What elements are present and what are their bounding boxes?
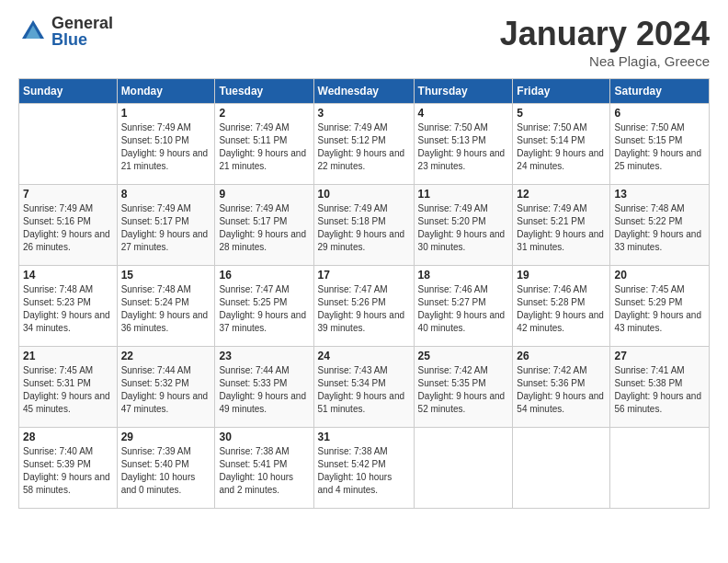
day-detail: Sunrise: 7:42 AMSunset: 5:35 PMDaylight:… (418, 364, 509, 416)
day-detail: Sunrise: 7:48 AMSunset: 5:24 PMDaylight:… (121, 283, 211, 335)
day-number: 3 (318, 107, 410, 120)
day-number: 25 (418, 350, 509, 362)
day-number: 22 (121, 350, 211, 362)
day-number: 28 (23, 431, 113, 443)
title-area: January 2024 Nea Plagia, Greece (500, 15, 710, 69)
calendar-week-row: 28Sunrise: 7:40 AMSunset: 5:39 PMDayligh… (19, 428, 710, 509)
daylight-text: Daylight: 10 hours and 0 minutes. (121, 471, 211, 497)
sunrise-text: Sunrise: 7:44 AM (121, 364, 211, 377)
sunset-text: Sunset: 5:25 PM (219, 296, 309, 309)
sunset-text: Sunset: 5:29 PM (614, 296, 705, 309)
day-detail: Sunrise: 7:46 AMSunset: 5:27 PMDaylight:… (418, 283, 509, 335)
header: General Blue January 2024 Nea Plagia, Gr… (18, 15, 710, 69)
day-detail: Sunrise: 7:50 AMSunset: 5:13 PMDaylight:… (418, 121, 509, 173)
sunrise-text: Sunrise: 7:38 AM (219, 445, 309, 458)
daylight-text: Daylight: 9 hours and 58 minutes. (23, 471, 113, 497)
col-monday: Monday (117, 79, 215, 104)
logo: General Blue (18, 15, 113, 48)
daylight-text: Daylight: 9 hours and 39 minutes. (318, 309, 410, 335)
day-number: 18 (418, 269, 509, 282)
day-number: 29 (121, 431, 211, 443)
day-detail: Sunrise: 7:46 AMSunset: 5:28 PMDaylight:… (517, 283, 606, 335)
table-row: 17Sunrise: 7:47 AMSunset: 5:26 PMDayligh… (313, 266, 414, 347)
day-detail: Sunrise: 7:49 AMSunset: 5:17 PMDaylight:… (219, 202, 309, 254)
day-detail: Sunrise: 7:49 AMSunset: 5:20 PMDaylight:… (418, 202, 509, 254)
day-number: 31 (318, 431, 410, 443)
table-row (610, 428, 710, 509)
day-detail: Sunrise: 7:47 AMSunset: 5:25 PMDaylight:… (219, 283, 309, 335)
table-row: 14Sunrise: 7:48 AMSunset: 5:23 PMDayligh… (19, 266, 118, 347)
day-detail: Sunrise: 7:41 AMSunset: 5:38 PMDaylight:… (614, 364, 705, 416)
sunset-text: Sunset: 5:35 PM (418, 377, 509, 390)
sunset-text: Sunset: 5:33 PM (219, 377, 309, 390)
daylight-text: Daylight: 10 hours and 4 minutes. (318, 471, 410, 497)
sunrise-text: Sunrise: 7:41 AM (614, 364, 705, 377)
sunrise-text: Sunrise: 7:49 AM (219, 121, 309, 134)
sunrise-text: Sunrise: 7:49 AM (318, 121, 410, 134)
day-detail: Sunrise: 7:42 AMSunset: 5:36 PMDaylight:… (517, 364, 606, 416)
table-row (513, 428, 610, 509)
daylight-text: Daylight: 9 hours and 34 minutes. (23, 309, 113, 335)
table-row: 16Sunrise: 7:47 AMSunset: 5:25 PMDayligh… (215, 266, 313, 347)
sunrise-text: Sunrise: 7:49 AM (418, 202, 509, 215)
daylight-text: Daylight: 9 hours and 52 minutes. (418, 390, 509, 416)
daylight-text: Daylight: 9 hours and 43 minutes. (614, 309, 705, 335)
day-number: 14 (23, 269, 113, 282)
day-detail: Sunrise: 7:48 AMSunset: 5:22 PMDaylight:… (614, 202, 705, 254)
sunset-text: Sunset: 5:26 PM (318, 296, 410, 309)
day-detail: Sunrise: 7:49 AMSunset: 5:17 PMDaylight:… (121, 202, 211, 254)
daylight-text: Daylight: 9 hours and 51 minutes. (318, 390, 410, 416)
day-detail: Sunrise: 7:38 AMSunset: 5:42 PMDaylight:… (318, 445, 410, 497)
daylight-text: Daylight: 9 hours and 42 minutes. (517, 309, 606, 335)
sunrise-text: Sunrise: 7:43 AM (318, 364, 410, 377)
day-number: 11 (418, 188, 509, 201)
sunrise-text: Sunrise: 7:48 AM (121, 283, 211, 296)
day-detail: Sunrise: 7:38 AMSunset: 5:41 PMDaylight:… (219, 445, 309, 497)
day-number: 16 (219, 269, 309, 282)
calendar-week-row: 14Sunrise: 7:48 AMSunset: 5:23 PMDayligh… (19, 266, 710, 347)
col-thursday: Thursday (414, 79, 513, 104)
logo-text: General Blue (51, 15, 113, 48)
sunrise-text: Sunrise: 7:48 AM (614, 202, 705, 215)
sunset-text: Sunset: 5:22 PM (614, 215, 705, 228)
sunrise-text: Sunrise: 7:42 AM (418, 364, 509, 377)
day-number: 23 (219, 350, 309, 362)
day-number: 12 (517, 188, 606, 201)
sunset-text: Sunset: 5:18 PM (318, 215, 410, 228)
day-number: 13 (614, 188, 705, 201)
day-number: 21 (23, 350, 113, 362)
table-row: 27Sunrise: 7:41 AMSunset: 5:38 PMDayligh… (610, 347, 710, 428)
table-row: 13Sunrise: 7:48 AMSunset: 5:22 PMDayligh… (610, 185, 710, 266)
day-number: 6 (614, 107, 705, 120)
month-title: January 2024 (500, 15, 710, 53)
sunrise-text: Sunrise: 7:46 AM (418, 283, 509, 296)
table-row: 29Sunrise: 7:39 AMSunset: 5:40 PMDayligh… (117, 428, 215, 509)
daylight-text: Daylight: 9 hours and 49 minutes. (219, 390, 309, 416)
sunset-text: Sunset: 5:41 PM (219, 458, 309, 471)
table-row: 23Sunrise: 7:44 AMSunset: 5:33 PMDayligh… (215, 347, 313, 428)
sunset-text: Sunset: 5:39 PM (23, 458, 113, 471)
sunset-text: Sunset: 5:28 PM (517, 296, 606, 309)
table-row: 15Sunrise: 7:48 AMSunset: 5:24 PMDayligh… (117, 266, 215, 347)
sunset-text: Sunset: 5:17 PM (121, 215, 211, 228)
day-number: 24 (318, 350, 410, 362)
table-row: 12Sunrise: 7:49 AMSunset: 5:21 PMDayligh… (513, 185, 610, 266)
daylight-text: Daylight: 9 hours and 54 minutes. (517, 390, 606, 416)
day-detail: Sunrise: 7:49 AMSunset: 5:16 PMDaylight:… (23, 202, 113, 254)
daylight-text: Daylight: 9 hours and 30 minutes. (418, 228, 509, 254)
table-row: 30Sunrise: 7:38 AMSunset: 5:41 PMDayligh… (215, 428, 313, 509)
sunset-text: Sunset: 5:13 PM (418, 134, 509, 147)
table-row: 18Sunrise: 7:46 AMSunset: 5:27 PMDayligh… (414, 266, 513, 347)
sunrise-text: Sunrise: 7:50 AM (517, 121, 606, 134)
col-wednesday: Wednesday (313, 79, 414, 104)
sunset-text: Sunset: 5:24 PM (121, 296, 211, 309)
col-friday: Friday (513, 79, 610, 104)
table-row: 26Sunrise: 7:42 AMSunset: 5:36 PMDayligh… (513, 347, 610, 428)
day-number: 30 (219, 431, 309, 443)
sunrise-text: Sunrise: 7:39 AM (121, 445, 211, 458)
sunset-text: Sunset: 5:38 PM (614, 377, 705, 390)
daylight-text: Daylight: 9 hours and 28 minutes. (219, 228, 309, 254)
sunset-text: Sunset: 5:27 PM (418, 296, 509, 309)
daylight-text: Daylight: 9 hours and 25 minutes. (614, 147, 705, 173)
day-number: 17 (318, 269, 410, 282)
